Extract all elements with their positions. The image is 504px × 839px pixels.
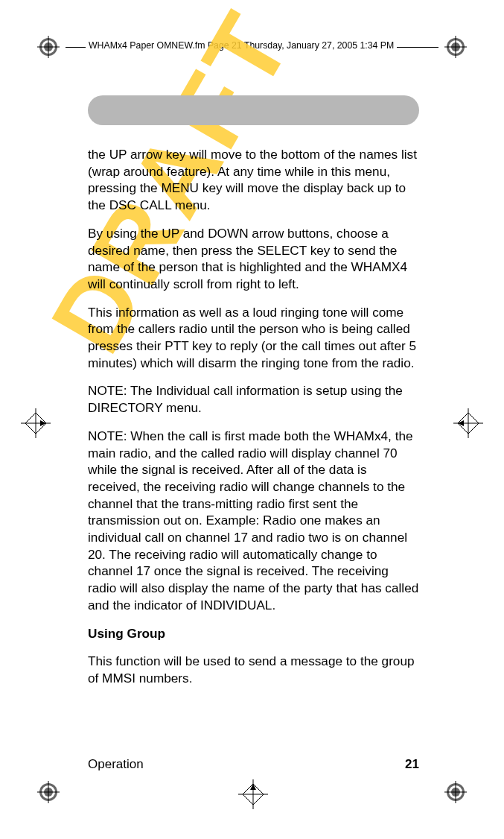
subheading: Using Group: [88, 625, 419, 642]
registration-mark-icon: [37, 36, 60, 58]
crop-mark-icon: [21, 408, 51, 438]
registration-mark-icon: [444, 781, 467, 803]
header-meta-text: WHAMx4 Paper OMNEW.fm Page 21 Thursday, …: [86, 40, 397, 51]
body-paragraph: By using the UP and DOWN arrow buttons, …: [88, 225, 419, 293]
crop-mark-icon: [453, 408, 483, 438]
body-paragraph: NOTE: When the call is first made both t…: [88, 428, 419, 614]
crop-mark-icon: [238, 779, 268, 809]
footer-section-label: Operation: [88, 757, 144, 772]
footer-page-number: 21: [405, 757, 419, 772]
svg-marker-31: [250, 784, 256, 790]
svg-marker-23: [40, 420, 46, 426]
page-content: the UP arrow key will move to the bottom…: [88, 95, 419, 698]
body-paragraph: This function will be used to send a mes…: [88, 653, 419, 686]
page-footer: Operation 21: [88, 757, 419, 772]
body-paragraph: This information as well as a loud ringi…: [88, 304, 419, 372]
body-paragraph: NOTE: The Individual call information is…: [88, 382, 419, 416]
svg-marker-27: [458, 420, 464, 426]
body-paragraph: the UP arrow key will move to the bottom…: [88, 146, 419, 214]
section-header-bar: [88, 95, 419, 125]
registration-mark-icon: [37, 781, 60, 803]
registration-mark-icon: [444, 36, 467, 58]
